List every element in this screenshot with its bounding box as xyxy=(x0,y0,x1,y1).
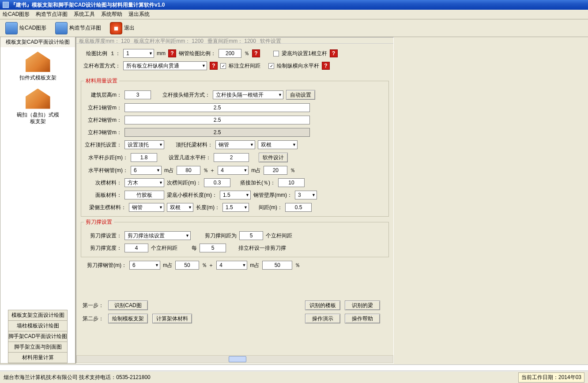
len-select[interactable]: 1.5▼ xyxy=(222,203,249,212)
top-mat-select[interactable]: 钢管▼ xyxy=(215,140,255,149)
wall-select[interactable]: 3▼ xyxy=(295,191,317,199)
help-icon[interactable]: ? xyxy=(322,62,330,70)
horiz-b-pct[interactable] xyxy=(264,166,287,175)
soft-design-button[interactable]: 软件设计 xyxy=(259,153,288,162)
panel-mat-input[interactable] xyxy=(124,191,164,199)
horiz-a-select[interactable]: 6▼ xyxy=(131,166,162,175)
help-icon[interactable]: ? xyxy=(330,49,338,57)
workspace: 模板支架CAD平面设计绘图 扣件式模板支架 碗扣（盘扣）式模 板支架 模板支架立… xyxy=(0,37,588,364)
col2-input[interactable] xyxy=(124,116,310,124)
demo-button[interactable]: 操作演示 xyxy=(305,314,340,323)
chevron-down-icon: ▼ xyxy=(155,168,160,173)
chevron-down-icon: ▼ xyxy=(310,193,316,197)
toolbar-cad-label: 绘CAD图形 xyxy=(19,24,46,32)
sidebar-item-label: 碗扣（盘扣）式模 板支架 xyxy=(0,112,75,125)
top-select[interactable]: 设置顶托▼ xyxy=(124,140,164,149)
pipe-ratio-input[interactable] xyxy=(219,49,241,58)
every-input[interactable] xyxy=(200,244,226,252)
sub-mat-select[interactable]: 方木▼ xyxy=(124,178,164,187)
brace-set-select[interactable]: 剪刀撑连续设置▼ xyxy=(124,231,191,240)
col3-label: 立杆3钢管m： xyxy=(84,129,122,136)
menu-help[interactable]: 系统帮助 xyxy=(101,11,122,18)
floor-h-input[interactable] xyxy=(124,90,151,99)
brace-set-label: 剪刀撑设置： xyxy=(84,232,122,240)
sidebar-item-bowl[interactable]: 碗扣（盘扣）式模 板支架 xyxy=(0,89,75,125)
floor-h-label: 建筑层高m： xyxy=(84,91,122,99)
col1-input[interactable] xyxy=(124,103,310,112)
toolbar-exit[interactable]: ◼ 退出 xyxy=(107,21,137,35)
recognized-beam-button[interactable]: 识别的梁 xyxy=(345,300,380,310)
brace-pipe-label: 剪刀撑钢管(m)： xyxy=(83,262,127,269)
sub-space-input[interactable] xyxy=(204,178,230,187)
step-label: 水平杆步距(m)： xyxy=(84,154,128,161)
calc-material-button[interactable]: 计算架体材料 xyxy=(152,314,192,323)
top-count-select[interactable]: 双根▼ xyxy=(258,140,298,149)
help-icon[interactable]: ? xyxy=(168,49,176,57)
brace-a-select[interactable]: 6▼ xyxy=(129,261,160,270)
v: 1 xyxy=(126,50,129,56)
v: 双根 xyxy=(170,204,181,211)
ratio-label: 绘图比例 xyxy=(83,50,107,57)
help-icon[interactable]: ? xyxy=(210,62,218,70)
help-button[interactable]: 操作帮助 xyxy=(345,314,380,323)
recognized-slab-button[interactable]: 识别的楼板 xyxy=(305,300,340,310)
house-icon xyxy=(26,89,50,109)
step-cnt-input[interactable] xyxy=(214,153,249,162)
col3-input[interactable] xyxy=(124,128,310,137)
menu-tools[interactable]: 系统工具 xyxy=(74,11,95,18)
menu-cad[interactable]: 绘CAD图形 xyxy=(3,11,30,18)
sidebar-tab-wall[interactable]: 墙柱模板设计绘图 xyxy=(8,320,68,331)
auto-button[interactable]: 自动设置 xyxy=(286,90,315,100)
v: 钢管 xyxy=(132,204,143,211)
clipped-row: 板底板厚度mm： 120 板底立杆水平间距mm： 1200 垂直间距mm： 12… xyxy=(76,38,393,44)
toolbar-node[interactable]: 构造节点详图 xyxy=(53,21,104,35)
sidebar-item-coupler[interactable]: 扣件式模板支架 xyxy=(0,52,75,82)
side-cnt-select[interactable]: 双根▼ xyxy=(167,203,193,212)
space-input[interactable] xyxy=(285,203,312,212)
horiz-b-select[interactable]: 4▼ xyxy=(218,166,249,175)
status-left: 烟台市海兰计算机技术有限公司 技术支持电话：0535-2121800 xyxy=(4,374,151,381)
help-icon[interactable]: ? xyxy=(252,49,260,57)
step-input[interactable] xyxy=(131,153,157,162)
sidebar-tab-scaffold-elev[interactable]: 脚手架立面与剖面图 xyxy=(8,342,68,353)
brace-b-pct[interactable] xyxy=(262,261,292,270)
horiz-a-pct[interactable] xyxy=(177,166,200,175)
scrollbar-thumb[interactable] xyxy=(229,356,246,362)
steps-area: 第一步： 识别CAD图 识别的楼板 识别的梁 第二步： 绘制模板支架 计算架体材… xyxy=(83,297,380,327)
sidebar-tab-material[interactable]: 材料用量计算 xyxy=(8,352,68,363)
layout-select[interactable]: 所有板立杆纵横向贯通▼ xyxy=(123,61,207,70)
l: 板底立杆水平间距mm： xyxy=(134,38,190,44)
drawlines-checkbox[interactable] xyxy=(268,63,274,69)
brace-a-pct[interactable] xyxy=(175,261,199,270)
b: 软件设置 xyxy=(260,38,281,44)
sidebar-tab-elev[interactable]: 模板支架立面设计绘图 xyxy=(8,310,68,321)
col1-label: 立杆1钢管m： xyxy=(84,104,122,112)
chevron-down-icon: ▼ xyxy=(276,93,282,97)
brace-wid-input[interactable] xyxy=(124,244,148,252)
v: 剪刀撑连续设置 xyxy=(128,232,165,240)
ratio-select[interactable]: 1▼ xyxy=(123,49,154,58)
toolbar-cad[interactable]: 绘CAD图形 xyxy=(3,21,49,35)
lap-input[interactable] xyxy=(278,178,305,187)
beam-one-col-checkbox[interactable] xyxy=(273,51,279,56)
annotate-checkbox[interactable] xyxy=(220,63,226,69)
sidebar-tab-plan[interactable]: 模板支架CAD平面设计绘图 xyxy=(0,37,75,47)
sidebar-tab-scaffold-plan[interactable]: 脚手架CAD平面设计绘图 xyxy=(8,331,68,342)
menu-exit[interactable]: 退出系统 xyxy=(128,11,150,18)
side-mat-select[interactable]: 钢管▼ xyxy=(129,203,164,212)
l: 垂直间距mm： xyxy=(207,38,243,44)
layers-icon xyxy=(5,22,18,34)
menu-node[interactable]: 构造节点详图 xyxy=(36,11,68,18)
brace-span-input[interactable] xyxy=(239,231,263,240)
chevron-down-icon: ▼ xyxy=(184,233,189,238)
chevron-down-icon: ▼ xyxy=(244,193,249,197)
recognize-cad-button[interactable]: 识别CAD图 xyxy=(108,300,148,310)
joint-select[interactable]: 立杆接头隔一根错开▼ xyxy=(213,90,283,99)
beamh-select[interactable]: 1.5▼ xyxy=(220,191,251,199)
draw-formwork-button[interactable]: 绘制模板支架 xyxy=(108,314,148,323)
detail-icon xyxy=(55,22,68,34)
top-label: 立杆顶托设置： xyxy=(84,141,122,149)
horizontal-scrollbar[interactable] xyxy=(76,355,393,363)
brace-b-select[interactable]: 4▼ xyxy=(216,261,247,270)
step-cnt-label: 设置几道水平杆： xyxy=(169,154,211,161)
